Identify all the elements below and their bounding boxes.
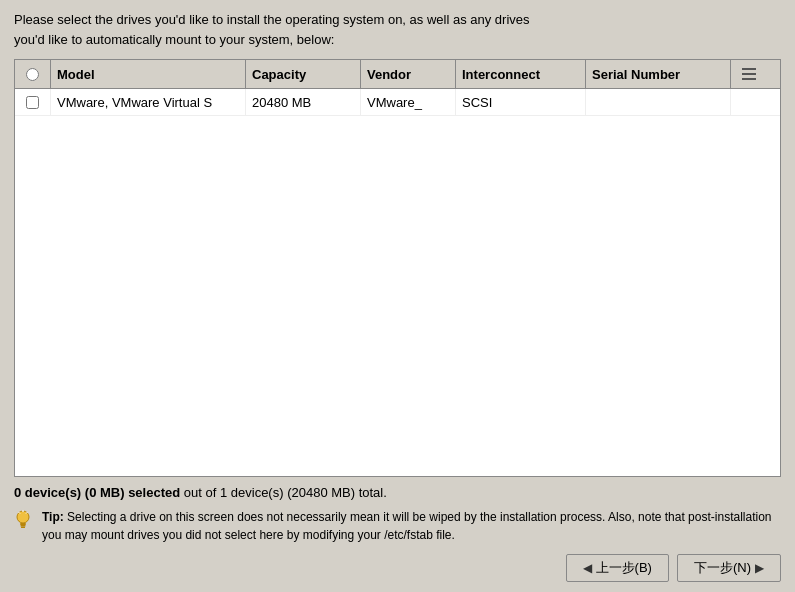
row-checkbox-cell[interactable] [15,89,51,115]
next-arrow-icon: ▶ [755,561,764,575]
instruction-text: Please select the drives you'd like to i… [14,10,781,49]
select-all-radio[interactable] [26,68,39,81]
col-header-capacity: Capacity [246,60,361,88]
next-button[interactable]: 下一步(N) ▶ [677,554,781,582]
cell-model: VMware, VMware Virtual S [51,89,246,115]
next-button-label: 下一步(N) [694,559,751,577]
svg-rect-1 [742,73,756,75]
header-checkbox-cell[interactable] [15,60,51,88]
col-header-interconnect: Interconnect [456,60,586,88]
col-header-model: Model [51,60,246,88]
row-checkbox[interactable] [26,96,39,109]
svg-rect-4 [20,523,26,525]
status-bold: 0 device(s) (0 MB) selected [14,485,180,500]
cell-interconnect: SCSI [456,89,586,115]
back-button[interactable]: ◀ 上一步(B) [566,554,669,582]
back-button-label: 上一步(B) [596,559,652,577]
table-menu-icon[interactable] [731,60,767,88]
table-row: VMware, VMware Virtual S 20480 MB VMware… [15,89,780,116]
tip-bulb-icon [14,509,36,536]
table-body: VMware, VMware Virtual S 20480 MB VMware… [15,89,780,476]
status-rest: out of 1 device(s) (20480 MB) total. [180,485,387,500]
tip-label: Tip: [42,510,64,524]
button-row: ◀ 上一步(B) 下一步(N) ▶ [14,554,781,582]
back-arrow-icon: ◀ [583,561,592,575]
table-header: Model Capacity Vendor Interconnect Seria… [15,60,780,89]
tip-text: Tip: Selecting a drive on this screen do… [42,508,781,544]
cell-serial [586,89,731,115]
svg-rect-2 [742,78,756,80]
drive-table: Model Capacity Vendor Interconnect Seria… [14,59,781,477]
tip-container: Tip: Selecting a drive on this screen do… [14,508,781,544]
svg-rect-0 [742,68,756,70]
col-header-vendor: Vendor [361,60,456,88]
svg-rect-5 [21,525,26,527]
cell-vendor: VMware_ [361,89,456,115]
tip-body: Selecting a drive on this screen does no… [42,510,772,542]
status-text: 0 device(s) (0 MB) selected out of 1 dev… [14,485,781,500]
col-header-serial: Serial Number [586,60,731,88]
svg-rect-6 [21,527,25,529]
cell-capacity: 20480 MB [246,89,361,115]
